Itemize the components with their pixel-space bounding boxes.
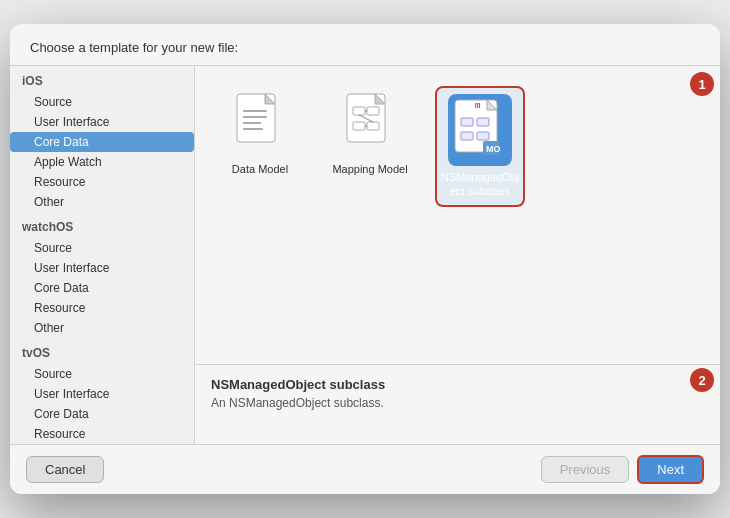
sidebar-item-watchos-resource[interactable]: Resource xyxy=(10,298,194,318)
sidebar-section-watchos: watchOS xyxy=(10,212,194,238)
sidebar-item-watchos-coredata[interactable]: Core Data xyxy=(10,278,194,298)
description-title: NSManagedObject subclass xyxy=(211,377,704,392)
sidebar-item-ios-coredata[interactable]: Core Data xyxy=(10,132,194,152)
sidebar-item-tvos-source[interactable]: Source xyxy=(10,364,194,384)
svg-rect-17 xyxy=(461,118,473,126)
sidebar-item-tvos-resource[interactable]: Resource xyxy=(10,424,194,444)
nsmanaged-label: NSManagedObject subclass xyxy=(441,170,519,199)
description-area: 2 NSManagedObject subclass An NSManagedO… xyxy=(195,364,720,444)
sidebar-item-watchos-source[interactable]: Source xyxy=(10,238,194,258)
sidebar: iOS Source User Interface Core Data Appl… xyxy=(10,66,195,444)
svg-rect-20 xyxy=(477,132,489,140)
svg-text:MO: MO xyxy=(486,144,501,154)
svg-text:m: m xyxy=(475,101,481,111)
sidebar-item-tvos-coredata[interactable]: Core Data xyxy=(10,404,194,424)
cancel-button[interactable]: Cancel xyxy=(26,456,104,483)
nsmanaged-icon: m MO xyxy=(448,94,512,166)
sidebar-item-ios-other[interactable]: Other xyxy=(10,192,194,212)
mapping-model-label: Mapping Model xyxy=(332,162,407,176)
header-text: Choose a template for your new file: xyxy=(30,40,238,55)
svg-rect-19 xyxy=(461,132,473,140)
template-item-mapping-model[interactable]: Mapping Model xyxy=(325,86,415,207)
sidebar-item-ios-applewatch[interactable]: Apple Watch xyxy=(10,152,194,172)
template-grid: Data Model xyxy=(195,66,720,364)
template-item-data-model[interactable]: Data Model xyxy=(215,86,305,207)
sidebar-section-ios: iOS xyxy=(10,66,194,92)
footer-right: Previous Next xyxy=(541,455,704,484)
data-model-icon xyxy=(228,86,292,158)
svg-rect-2 xyxy=(243,110,267,112)
badge-2: 2 xyxy=(690,368,714,392)
badge-1: 1 xyxy=(690,72,714,96)
dialog-body: iOS Source User Interface Core Data Appl… xyxy=(10,65,720,445)
sidebar-item-ios-userinterface[interactable]: User Interface xyxy=(10,112,194,132)
svg-rect-3 xyxy=(243,116,267,118)
sidebar-item-tvos-userinterface[interactable]: User Interface xyxy=(10,384,194,404)
svg-rect-18 xyxy=(477,118,489,126)
mapping-model-icon xyxy=(338,86,402,158)
template-item-nsmanaged[interactable]: m MO NSManagedObject subclass xyxy=(435,86,525,207)
svg-rect-5 xyxy=(243,128,263,130)
dialog: Choose a template for your new file: iOS… xyxy=(10,24,720,494)
sidebar-item-watchos-other[interactable]: Other xyxy=(10,318,194,338)
data-model-label: Data Model xyxy=(232,162,288,176)
previous-button[interactable]: Previous xyxy=(541,456,630,483)
dialog-footer: Cancel Previous Next xyxy=(10,445,720,494)
sidebar-item-ios-resource[interactable]: Resource xyxy=(10,172,194,192)
sidebar-section-tvos: tvOS xyxy=(10,338,194,364)
description-text: An NSManagedObject subclass. xyxy=(211,396,704,410)
content-wrapper: 1 Data Model xyxy=(195,66,720,444)
sidebar-item-ios-source[interactable]: Source xyxy=(10,92,194,112)
svg-rect-4 xyxy=(243,122,261,124)
dialog-header: Choose a template for your new file: xyxy=(10,24,720,65)
sidebar-item-watchos-userinterface[interactable]: User Interface xyxy=(10,258,194,278)
next-button[interactable]: Next xyxy=(637,455,704,484)
